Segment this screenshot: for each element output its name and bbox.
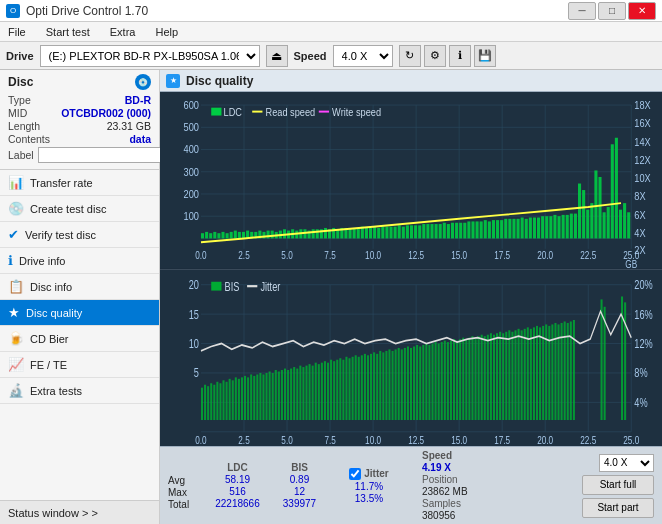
- avg-jitter: 11.7%: [355, 481, 383, 492]
- svg-rect-319: [211, 281, 221, 290]
- svg-rect-96: [410, 225, 413, 238]
- svg-rect-72: [312, 229, 315, 238]
- chart-top-svg: 600 500 400 300 200 100 18X 16X 14X 12X …: [160, 92, 662, 269]
- disc-info-icon: 📋: [8, 279, 24, 294]
- svg-text:18X: 18X: [634, 98, 650, 111]
- start-part-button[interactable]: Start part: [582, 498, 654, 518]
- svg-rect-292: [505, 331, 507, 419]
- svg-rect-235: [330, 359, 332, 419]
- svg-rect-142: [598, 177, 601, 238]
- sidebar-item-cd-bier[interactable]: 🍺 CD Bier: [0, 326, 159, 352]
- svg-rect-50: [221, 232, 224, 239]
- disc-label-label: Label: [8, 149, 34, 161]
- svg-rect-278: [462, 337, 464, 419]
- svg-rect-93: [398, 225, 401, 238]
- svg-rect-213: [262, 374, 264, 420]
- jitter-checkbox[interactable]: [349, 468, 361, 480]
- svg-rect-239: [342, 359, 344, 419]
- sidebar-item-drive-info[interactable]: ℹ Drive info: [0, 248, 159, 274]
- speed-select[interactable]: 4.0 X: [333, 45, 393, 67]
- svg-rect-126: [533, 218, 536, 239]
- svg-text:20%: 20%: [634, 277, 652, 291]
- svg-rect-271: [441, 342, 443, 420]
- sidebar-item-disc-info[interactable]: 📋 Disc info: [0, 274, 159, 300]
- position-label: Position: [422, 474, 482, 485]
- main-layout: Disc 💿 Type BD-R MID OTCBDR002 (000) Len…: [0, 70, 662, 524]
- svg-rect-314: [573, 320, 575, 420]
- svg-text:7.5: 7.5: [324, 433, 336, 446]
- menu-extra[interactable]: Extra: [106, 25, 140, 39]
- sidebar-item-disc-quality[interactable]: ★ Disc quality: [0, 300, 159, 326]
- eject-button[interactable]: ⏏: [266, 45, 288, 67]
- title-bar-controls: ─ □ ✕: [568, 2, 656, 20]
- refresh-button[interactable]: ↻: [399, 45, 421, 67]
- disc-type-row: Type BD-R: [8, 94, 151, 106]
- settings-button[interactable]: ⚙: [424, 45, 446, 67]
- sidebar-item-fe-te[interactable]: 📈 FE / TE: [0, 352, 159, 378]
- chart-bottom-svg: 20 15 10 5 20% 16% 12% 8% 4%: [160, 270, 662, 447]
- svg-rect-260: [407, 346, 409, 420]
- svg-text:100: 100: [184, 209, 199, 222]
- svg-rect-103: [439, 224, 442, 238]
- menu-help[interactable]: Help: [151, 25, 182, 39]
- disc-contents-label: Contents: [8, 133, 50, 145]
- svg-rect-47: [209, 233, 212, 238]
- svg-rect-224: [296, 368, 298, 419]
- disc-quality-icon: ★: [8, 305, 20, 320]
- svg-rect-308: [554, 322, 556, 419]
- svg-rect-296: [518, 328, 520, 419]
- info-button[interactable]: ℹ: [449, 45, 471, 67]
- svg-rect-226: [302, 367, 304, 420]
- disc-mid-value: OTCBDR002 (000): [61, 107, 151, 119]
- drive-select[interactable]: (E:) PLEXTOR BD-R PX-LB950SA 1.06: [40, 45, 260, 67]
- maximize-button[interactable]: □: [598, 2, 626, 20]
- save-button[interactable]: 💾: [474, 45, 496, 67]
- svg-rect-135: [570, 214, 573, 239]
- menu-start-test[interactable]: Start test: [42, 25, 94, 39]
- svg-rect-220: [284, 368, 286, 419]
- svg-rect-301: [533, 327, 535, 420]
- sidebar-item-create-test-disc[interactable]: 💿 Create test disc: [0, 196, 159, 222]
- svg-rect-283: [478, 336, 480, 420]
- svg-rect-280: [468, 337, 470, 419]
- svg-rect-115: [488, 221, 491, 238]
- svg-rect-228: [309, 364, 311, 420]
- sidebar-item-transfer-rate[interactable]: 📊 Transfer rate: [0, 170, 159, 196]
- svg-rect-290: [499, 331, 501, 419]
- svg-rect-133: [562, 215, 565, 239]
- svg-rect-141: [594, 170, 597, 238]
- svg-text:5: 5: [194, 365, 199, 379]
- total-bis: 339977: [277, 498, 322, 509]
- status-window[interactable]: Status window > >: [0, 500, 159, 524]
- create-test-disc-icon: 💿: [8, 201, 24, 216]
- svg-rect-45: [201, 233, 204, 238]
- svg-rect-245: [361, 355, 363, 420]
- svg-rect-265: [422, 345, 424, 420]
- stats-speed-select[interactable]: 4.0 X: [599, 454, 654, 472]
- bis-col-header: BIS: [277, 462, 322, 473]
- sidebar-item-extra-tests[interactable]: 🔬 Extra tests: [0, 378, 159, 404]
- svg-rect-90: [385, 227, 388, 239]
- svg-rect-281: [471, 336, 473, 420]
- svg-rect-91: [389, 227, 392, 239]
- svg-text:20.0: 20.0: [537, 249, 553, 261]
- svg-rect-217: [275, 370, 277, 420]
- stats-bar: Avg Max Total LDC 58.19 516 22218666 BIS…: [160, 446, 662, 524]
- svg-text:4%: 4%: [634, 395, 647, 409]
- svg-rect-209: [250, 374, 252, 420]
- extra-tests-icon: 🔬: [8, 383, 24, 398]
- minimize-button[interactable]: ─: [568, 2, 596, 20]
- svg-rect-304: [542, 325, 544, 419]
- svg-rect-54: [238, 232, 241, 239]
- sidebar: Disc 💿 Type BD-R MID OTCBDR002 (000) Len…: [0, 70, 160, 524]
- sidebar-item-verify-test-disc[interactable]: ✔ Verify test disc: [0, 222, 159, 248]
- svg-rect-300: [530, 328, 532, 419]
- menu-file[interactable]: File: [4, 25, 30, 39]
- close-button[interactable]: ✕: [628, 2, 656, 20]
- disc-label-input[interactable]: [38, 147, 171, 163]
- svg-rect-291: [502, 333, 504, 420]
- svg-rect-106: [451, 223, 454, 239]
- start-full-button[interactable]: Start full: [582, 475, 654, 495]
- svg-rect-101: [430, 224, 433, 238]
- disc-length-label: Length: [8, 120, 40, 132]
